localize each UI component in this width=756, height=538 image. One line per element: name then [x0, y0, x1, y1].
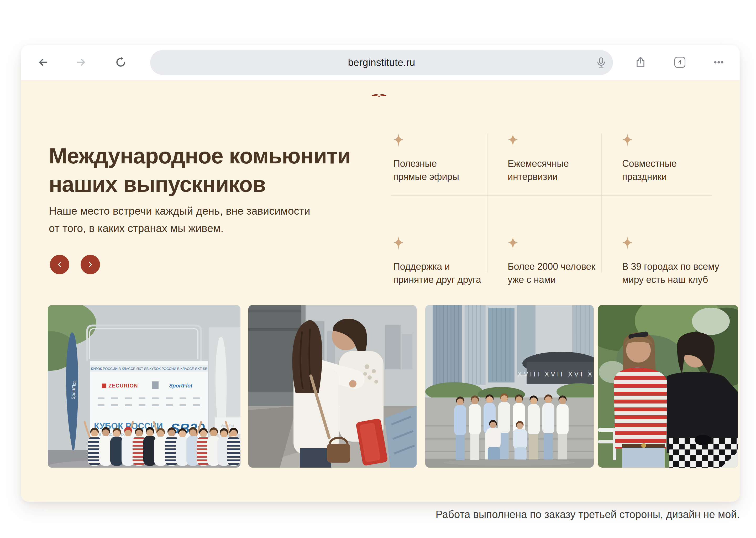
- logo-wings-icon: [371, 93, 387, 98]
- feature-label: Совместные: [622, 157, 727, 170]
- share-button[interactable]: [634, 56, 647, 69]
- ellipsis-icon: [713, 56, 725, 68]
- feature-item: Поддержка ипринятие друг друга: [393, 237, 498, 286]
- tabs-button[interactable]: 4: [674, 56, 686, 69]
- grid-divider-horizontal: [391, 195, 712, 196]
- carousel-next-button[interactable]: [80, 255, 100, 274]
- sparkle-icon: [393, 237, 404, 250]
- browser-window: berginstitute.ru 4: [21, 45, 740, 502]
- sparkle-icon: [508, 134, 518, 147]
- url-text: berginstitute.ru: [348, 57, 415, 68]
- page-content: Международное комьюнити наших выпускнико…: [21, 80, 740, 502]
- sparkle-icon: [622, 134, 633, 147]
- chevron-right-icon: [86, 261, 94, 268]
- hero-subtitle-line1: Наше место встречи каждый день, вне зави…: [49, 202, 310, 220]
- hero-subtitle: Наше место встречи каждый день, вне зави…: [49, 202, 310, 237]
- tab-count: 4: [678, 59, 682, 66]
- address-bar[interactable]: berginstitute.ru: [150, 50, 613, 75]
- page-title-line2: наших выпускников: [49, 170, 351, 198]
- desktop: berginstitute.ru 4: [0, 0, 756, 538]
- feature-label: интервизии: [508, 170, 613, 183]
- reload-button[interactable]: [115, 56, 127, 69]
- forward-button[interactable]: [75, 56, 87, 69]
- feature-item: В 39 городах по всемумиру есть наш клуб: [622, 237, 727, 286]
- back-button[interactable]: [37, 56, 49, 69]
- more-menu-button[interactable]: [712, 56, 725, 69]
- feature-item: Более 2000 человекуже с нами: [508, 237, 613, 286]
- feature-item: Совместныепраздники: [622, 134, 727, 183]
- sparkle-icon: [622, 237, 633, 250]
- back-arrow-icon: [37, 56, 49, 68]
- carousel-photo-regatta-group: КУБОК РОССИИ В КЛАССЕ ЯХТ SB КУБОК РОССИ…: [48, 305, 240, 467]
- feature-label: Ежемесячные: [508, 157, 613, 170]
- photo1-banner-strip: КУБОК РОССИИ В КЛАССЕ ЯХТ SB КУБОК РОССИ…: [91, 367, 208, 371]
- feature-label: принятие друг друга: [393, 273, 498, 286]
- page-title-line1: Международное комьюнити: [49, 141, 351, 170]
- chevron-left-icon: [56, 261, 64, 268]
- feature-label: Полезные: [393, 157, 498, 170]
- feature-label: В 39 городах по всему: [622, 260, 727, 273]
- share-icon: [635, 56, 646, 68]
- photo1-sponsor-zecurion: ZECURION: [109, 383, 138, 389]
- feature-label: прямые эфиры: [393, 170, 498, 183]
- feature-label: миру есть наш клуб: [622, 273, 727, 286]
- photo3-building-numerals: XVIII XVII XVI XIV: [518, 370, 594, 378]
- carousel-photo-hug: [248, 305, 417, 467]
- reload-icon: [115, 56, 127, 68]
- sparkle-icon: [393, 134, 404, 147]
- microphone-icon: [595, 57, 607, 68]
- footer-note: Работа выполнена по заказу третьей сторо…: [436, 509, 740, 520]
- photo1-sponsor-sportflot: SportFlot: [169, 383, 193, 389]
- feature-label: уже с нами: [508, 273, 613, 286]
- sparkle-icon: [508, 237, 518, 250]
- feature-label: праздники: [622, 170, 727, 183]
- feature-item: Ежемесячныеинтервизии: [508, 134, 613, 183]
- browser-toolbar: berginstitute.ru 4: [21, 45, 740, 80]
- carousel-photo-two-friends: [598, 305, 738, 467]
- carousel-photo-city-group: XVIII XVII XVI XIV: [425, 305, 594, 467]
- microphone-button[interactable]: [595, 56, 607, 69]
- feature-label: Более 2000 человек: [508, 260, 613, 273]
- page-title: Международное комьюнити наших выпускнико…: [49, 141, 351, 198]
- forward-arrow-icon: [75, 56, 87, 68]
- hero-subtitle-line2: от того, в каких странах мы живем.: [49, 220, 310, 237]
- feature-item: Полезныепрямые эфиры: [393, 134, 498, 183]
- feature-label: Поддержка и: [393, 260, 498, 273]
- tab-counter-icon: 4: [674, 57, 685, 68]
- carousel-prev-button[interactable]: [50, 255, 69, 274]
